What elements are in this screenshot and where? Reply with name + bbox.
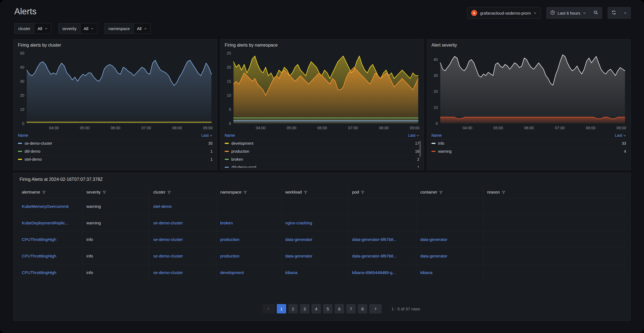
- panels-row: Firing alerts by cluster 0102030405004:0…: [0, 39, 644, 170]
- page-button-4[interactable]: 4: [312, 304, 321, 313]
- page-button-2[interactable]: 2: [288, 304, 298, 313]
- legend-scrollbar[interactable]: [419, 141, 421, 157]
- cell-workload[interactable]: nginx-crashing: [281, 214, 348, 231]
- legend-label: ditl-demo-prod: [231, 165, 417, 168]
- legend-item-broken[interactable]: broken2: [225, 155, 419, 163]
- filter-funnel-icon[interactable]: [361, 190, 364, 194]
- legend-item-ditl-demo[interactable]: ditl-demo1: [18, 147, 213, 155]
- legend-sort-name[interactable]: Name: [18, 133, 28, 138]
- legend-item-ditl-demo-prod[interactable]: ditl-demo-prod1: [225, 163, 419, 168]
- column-header-workload[interactable]: workload: [281, 186, 348, 198]
- cell-alertname[interactable]: CPUThrottlingHigh: [18, 264, 82, 281]
- cell-pod[interactable]: data-generator-6f67b8...: [348, 231, 416, 248]
- cell-alertname[interactable]: KubeDeploymentReplic...: [18, 214, 82, 231]
- filter-label: namespace: [105, 23, 133, 33]
- datasource-label: grafanacloud-sedemo-prom: [480, 11, 531, 15]
- page-button-8[interactable]: 8: [358, 304, 367, 313]
- namespace-chart[interactable]: 051015202504:0005:0006:0007:0008:0009:00: [223, 50, 421, 131]
- filter-funnel-icon[interactable]: [502, 190, 505, 194]
- zoom-out-button[interactable]: [590, 7, 602, 18]
- legend-value: 1: [210, 157, 213, 162]
- legend-sort-name[interactable]: Name: [431, 133, 442, 138]
- cell-namespace[interactable]: broken: [216, 214, 281, 231]
- filter-funnel-icon[interactable]: [103, 190, 106, 194]
- next-page-button[interactable]: [369, 304, 382, 313]
- legend-item-development[interactable]: development17: [225, 139, 419, 147]
- column-header-reason[interactable]: reason: [483, 186, 626, 198]
- pagination: 12345678 1 - 5 of 37 rows: [18, 304, 626, 313]
- legend-sort-name[interactable]: Name: [225, 133, 235, 138]
- time-range-picker[interactable]: Last 6 hours: [547, 7, 590, 18]
- cell-namespace[interactable]: development: [216, 264, 281, 281]
- filter-funnel-icon[interactable]: [167, 190, 171, 194]
- cell-reason: [483, 198, 626, 214]
- chart-svg: 0102030405004:0005:0006:0007:0008:0009:0…: [16, 50, 214, 131]
- cell-cluster[interactable]: se-demo-cluster: [149, 248, 216, 264]
- legend-item-warning[interactable]: warning4: [431, 147, 626, 155]
- cell-workload[interactable]: data-generator: [281, 248, 348, 264]
- severity-chart[interactable]: 01020304004:0005:0006:0007:0008:0009:00: [430, 50, 628, 131]
- datasource-picker[interactable]: grafanacloud-sedemo-prom: [467, 7, 541, 19]
- svg-text:10: 10: [227, 93, 231, 98]
- table-row: CPUThrottlingHighinfose-demo-clusterprod…: [18, 248, 626, 264]
- filter-funnel-icon[interactable]: [42, 190, 46, 194]
- legend-sort-last[interactable]: Last: [615, 133, 626, 138]
- panel-title[interactable]: Firing alerts by cluster: [16, 42, 214, 50]
- legend-item-otel-demo[interactable]: otel-demo1: [18, 155, 213, 163]
- cell-pod[interactable]: data-generator-6f67b8...: [348, 248, 416, 264]
- panel-title[interactable]: Firing alerts by namespace: [223, 42, 421, 50]
- column-header-alertname[interactable]: alertname: [18, 186, 82, 198]
- svg-text:40: 40: [433, 57, 438, 62]
- panel-title[interactable]: Alert severity: [430, 42, 628, 50]
- cell-cluster[interactable]: se-demo-cluster: [149, 214, 216, 231]
- filters-row: clusterAllseverityAllnamespaceAll: [0, 23, 644, 39]
- legend-sort-last[interactable]: Last: [202, 133, 213, 138]
- chart-svg: 01020304004:0005:0006:0007:0008:0009:00: [430, 50, 628, 131]
- filter-funnel-icon[interactable]: [304, 190, 307, 194]
- page-button-1[interactable]: 1: [277, 304, 286, 313]
- svg-text:25: 25: [227, 51, 231, 55]
- column-header-pod[interactable]: pod: [348, 186, 416, 198]
- cell-alertname[interactable]: CPUThrottlingHigh: [18, 231, 82, 248]
- prev-page-button[interactable]: [262, 304, 275, 313]
- cell-namespace[interactable]: production: [216, 231, 281, 248]
- filter-funnel-icon[interactable]: [243, 190, 247, 194]
- refresh-button[interactable]: [608, 7, 620, 18]
- legend-item-info[interactable]: info33: [431, 139, 626, 147]
- cluster-chart[interactable]: 0102030405004:0005:0006:0007:0008:0009:0…: [16, 50, 214, 131]
- filter-namespace-select[interactable]: All: [133, 23, 151, 33]
- cell-container[interactable]: data-generator: [416, 248, 483, 264]
- filter-funnel-icon[interactable]: [439, 190, 443, 194]
- svg-text:08:00: 08:00: [172, 126, 182, 130]
- cell-container[interactable]: kibana: [416, 264, 483, 281]
- column-header-container[interactable]: container: [416, 186, 483, 198]
- cell-workload[interactable]: kibana: [281, 264, 348, 281]
- cell-reason: [483, 231, 626, 248]
- page-button-7[interactable]: 7: [346, 304, 356, 313]
- page-button-5[interactable]: 5: [323, 304, 332, 313]
- filter-severity-select[interactable]: All: [80, 23, 97, 33]
- legend-item-se-demo-cluster[interactable]: se-demo-cluster35: [18, 139, 213, 147]
- chevron-down-icon: [416, 134, 419, 137]
- cell-cluster[interactable]: se-demo-cluster: [149, 231, 216, 248]
- column-header-cluster[interactable]: cluster: [149, 186, 216, 198]
- page-button-3[interactable]: 3: [300, 304, 309, 313]
- legend-sort-last[interactable]: Last: [408, 133, 419, 138]
- cell-cluster[interactable]: se-demo-cluster: [149, 264, 216, 281]
- svg-text:07:00: 07:00: [141, 126, 151, 130]
- cell-cluster[interactable]: otel-demo: [149, 198, 216, 214]
- cell-pod[interactable]: kibana-6965448d89-g...: [348, 264, 416, 281]
- cell-workload[interactable]: data-generator: [281, 231, 348, 248]
- refresh-interval-dropdown[interactable]: [620, 7, 630, 18]
- svg-text:09:00: 09:00: [203, 126, 213, 130]
- filter-cluster-select[interactable]: All: [34, 23, 51, 33]
- column-header-namespace[interactable]: namespace: [216, 186, 281, 198]
- table-panel-title[interactable]: Firing Alerts at 2024-02-16T07:07:37.378…: [18, 176, 626, 184]
- cell-namespace[interactable]: production: [216, 248, 281, 264]
- cell-alertname[interactable]: KubeMemoryOvercommit: [18, 198, 82, 214]
- cell-container[interactable]: data-generator: [416, 231, 483, 248]
- cell-alertname[interactable]: CPUThrottlingHigh: [18, 248, 82, 264]
- legend-item-production[interactable]: production16: [225, 147, 419, 155]
- page-button-6[interactable]: 6: [335, 304, 344, 313]
- column-header-severity[interactable]: severity: [82, 186, 149, 198]
